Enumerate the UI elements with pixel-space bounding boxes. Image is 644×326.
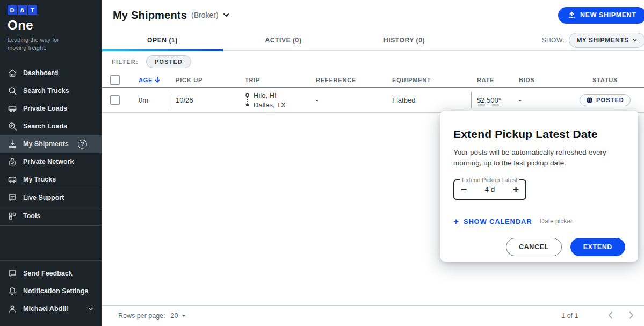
brand-tagline: Leading the way for moving freight.	[8, 36, 95, 53]
column-label: TRIP	[245, 77, 260, 83]
page-title: My Shipments	[113, 9, 187, 21]
new-shipment-icon	[568, 11, 576, 19]
sidebar-divider	[0, 260, 102, 261]
next-page-button[interactable]	[621, 310, 642, 321]
show-calendar-row: + SHOW CALENDAR Date picker	[453, 217, 625, 226]
stepper-value[interactable]: 4 d	[485, 185, 495, 193]
show-calendar-link[interactable]: SHOW CALENDAR	[464, 218, 532, 226]
sidebar-item-send-feedback[interactable]: Send Feedback	[0, 264, 102, 282]
sidebar-item-my-shipments[interactable]: My Shipments ?	[0, 135, 102, 153]
column-label: STATUS	[592, 77, 618, 83]
sidebar-item-label: My Shipments	[23, 140, 69, 148]
column-label: EQUIPMENT	[392, 77, 431, 83]
column-label: RATE	[477, 77, 494, 83]
new-shipment-button[interactable]: NEW SHIPMENT	[558, 7, 644, 24]
previous-page-button[interactable]	[600, 310, 621, 321]
reference-value: -	[316, 96, 318, 104]
column-reference[interactable]: REFERENCE	[316, 77, 392, 83]
column-bids[interactable]: BIDS	[519, 77, 569, 83]
column-status[interactable]: STATUS	[569, 77, 641, 83]
sidebar-item-label: My Trucks	[23, 176, 56, 183]
tab-label: OPEN (1)	[147, 37, 178, 44]
sidebar-item-tools[interactable]: Tools	[0, 207, 102, 225]
chevron-down-icon	[86, 304, 96, 314]
select-all-checkbox[interactable]	[110, 75, 120, 85]
show-filter-group: SHOW: MY SHIPMENTS	[541, 30, 644, 50]
pickup-date: 10/26	[176, 96, 193, 104]
route-markers-icon	[245, 91, 250, 109]
tab-open[interactable]: OPEN (1)	[102, 30, 223, 50]
filter-chip-posted[interactable]: POSTED	[146, 55, 191, 68]
sidebar-item-search-loads[interactable]: Search Loads	[0, 118, 102, 135]
search-plus-icon	[8, 121, 17, 131]
sidebar-item-label: Notification Settings	[23, 287, 89, 295]
increment-button[interactable]: +	[513, 184, 519, 194]
extend-pickup-stepper: Extend Pickup Latest − 4 d +	[453, 177, 526, 200]
rows-per-page-value: 20	[171, 312, 178, 320]
sidebar-item-private-loads[interactable]: Private Loads	[0, 100, 102, 118]
logo-letter: A	[18, 5, 27, 15]
sidebar: D A T One Leading the way for moving fre…	[0, 0, 102, 326]
table-row[interactable]: 0m 10/26 Hilo, HI Dallas, TX - Flatbed $…	[102, 88, 644, 113]
sidebar-item-my-trucks[interactable]: My Trucks	[0, 171, 102, 189]
new-shipment-label: NEW SHIPMENT	[580, 11, 636, 19]
main-content: My Shipments (Broker) NEW SHIPMENT OPEN …	[102, 0, 644, 326]
bell-icon	[8, 286, 17, 296]
sidebar-item-notification-settings[interactable]: Notification Settings	[0, 282, 102, 300]
sidebar-divider	[0, 225, 102, 226]
tagline-line: moving freight.	[8, 44, 95, 52]
sidebar-item-label: Send Feedback	[23, 270, 73, 277]
column-label: REFERENCE	[316, 77, 356, 83]
column-label: BIDS	[519, 77, 534, 83]
rows-per-page-dropdown[interactable]: 20	[171, 312, 187, 320]
filter-label: FILTER:	[112, 59, 139, 65]
column-age-sort[interactable]: AGE	[139, 76, 176, 83]
sidebar-item-private-network[interactable]: Private Network	[0, 153, 102, 171]
rate-link[interactable]: $2,500*	[477, 96, 501, 104]
sidebar-item-user-account[interactable]: Michael Abdill	[0, 300, 102, 317]
person-icon	[8, 304, 17, 314]
brand-name: One	[8, 18, 95, 33]
sidebar-item-label: Live Support	[23, 194, 64, 201]
age-value: 0m	[139, 96, 148, 104]
row-checkbox[interactable]	[110, 95, 120, 105]
filter-bar: FILTER: POSTED	[102, 51, 644, 73]
dat-logo: D A T One Leading the way for moving fre…	[0, 0, 102, 59]
sidebar-item-dashboard[interactable]: Dashboard	[0, 64, 102, 82]
tagline-line: Leading the way for	[8, 36, 95, 44]
column-equipment[interactable]: EQUIPMENT	[392, 77, 477, 83]
bids-value: -	[519, 96, 521, 104]
logo-letter: T	[28, 5, 37, 15]
sidebar-footer: Send Feedback Notification Settings Mich…	[0, 260, 102, 326]
chat-icon	[8, 193, 17, 202]
show-label: SHOW:	[541, 37, 565, 44]
sidebar-nav: Dashboard Search Trucks Private Loads Se…	[0, 64, 102, 226]
sidebar-item-label: Michael Abdill	[23, 305, 68, 313]
sidebar-item-live-support[interactable]: Live Support	[0, 189, 102, 207]
sidebar-item-search-trucks[interactable]: Search Trucks	[0, 82, 102, 100]
caret-down-icon	[632, 38, 638, 43]
extend-button[interactable]: EXTEND	[570, 238, 625, 256]
title-chevron-down-icon[interactable]	[222, 11, 230, 19]
column-pickup[interactable]: PICK UP	[176, 77, 245, 83]
column-rate[interactable]: RATE	[477, 77, 519, 83]
decrement-button[interactable]: −	[461, 184, 467, 194]
extend-pickup-dialog: Extend Pickup Latest Date Your posts wil…	[440, 111, 638, 262]
sidebar-item-label: Tools	[23, 212, 40, 220]
column-trip[interactable]: TRIP	[245, 77, 316, 83]
help-icon[interactable]: ?	[78, 140, 87, 149]
sidebar-item-label: Search Loads	[23, 122, 67, 130]
page-subtitle: (Broker)	[191, 11, 219, 19]
truck-cab-icon	[8, 175, 17, 184]
grid-icon	[8, 211, 17, 221]
show-dropdown[interactable]: MY SHIPMENTS	[569, 33, 644, 48]
tab-history[interactable]: HISTORY (0)	[344, 30, 465, 50]
column-label: PICK UP	[176, 77, 202, 83]
caret-down-icon	[181, 313, 186, 318]
cancel-button[interactable]: CANCEL	[506, 238, 562, 256]
status-badge-posted[interactable]: POSTED	[580, 94, 631, 106]
sort-arrow-down-icon	[154, 76, 161, 83]
sidebar-item-label: Private Loads	[23, 105, 67, 112]
tab-active[interactable]: ACTIVE (0)	[223, 30, 344, 50]
status-label: POSTED	[596, 97, 624, 103]
